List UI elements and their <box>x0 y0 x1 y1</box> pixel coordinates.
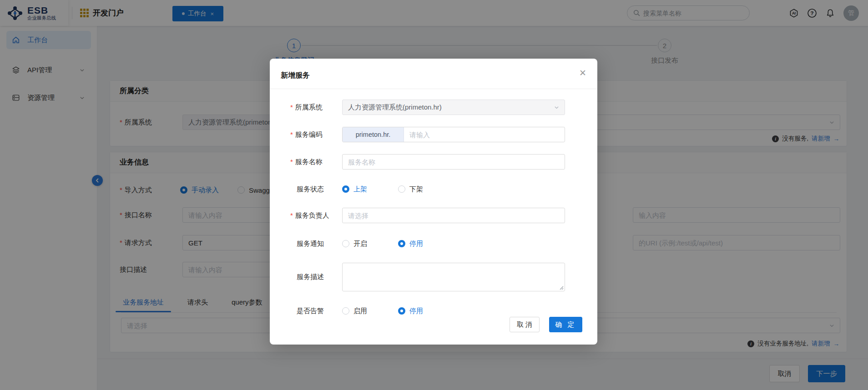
modal-code-label: 服务编码 <box>297 127 323 142</box>
radio-status-offline[interactable]: 下架 <box>398 181 423 197</box>
radio-notify-off[interactable]: 停用 <box>398 236 423 251</box>
close-icon[interactable]: ✕ <box>579 69 586 77</box>
radio-icon <box>342 240 349 247</box>
modal-system-label: 所属系统 <box>297 100 323 115</box>
resize-grip-icon[interactable] <box>559 285 564 290</box>
radio-icon <box>398 307 405 315</box>
radio-alarm-on[interactable]: 启用 <box>342 303 367 319</box>
modal-owner-select[interactable] <box>342 208 565 223</box>
radio-icon <box>398 185 405 193</box>
modal-header-divider <box>270 89 597 89</box>
code-input[interactable] <box>404 131 565 139</box>
modal-code-input-group[interactable]: primeton.hr. <box>342 127 565 142</box>
modal-status-label: 服务状态 <box>297 181 324 197</box>
radio-status-online[interactable]: 上架 <box>342 181 367 197</box>
radio-icon <box>342 307 349 315</box>
modal-alarm-label: 是否告警 <box>297 303 324 319</box>
code-prefix: primeton.hr. <box>343 127 404 142</box>
modal-system-select: 人力资源管理系统(primeton.hr) <box>342 100 565 115</box>
radio-alarm-off[interactable]: 停用 <box>398 303 423 319</box>
modal-cancel-button[interactable]: 取 消 <box>510 317 540 332</box>
modal-desc-textarea[interactable] <box>342 263 565 291</box>
modal-owner-label: 服务负责人 <box>297 208 329 223</box>
modal-notify-label: 服务通知 <box>297 236 324 251</box>
app-screen: 工作台 × AI ? 管 <box>0 0 868 390</box>
modal-title: 新增服务 <box>281 71 310 80</box>
modal-name-label: 服务名称 <box>297 154 323 170</box>
radio-icon <box>398 240 405 247</box>
modal-desc-label: 服务描述 <box>297 269 324 285</box>
modal-ok-button[interactable]: 确 定 <box>549 317 582 332</box>
radio-icon <box>342 185 349 193</box>
radio-notify-on[interactable]: 开启 <box>342 236 367 251</box>
add-service-modal: 新增服务 ✕ 所属系统 人力资源管理系统(primeton.hr) 服务编码 p… <box>270 59 597 345</box>
chevron-down-icon <box>554 104 559 111</box>
modal-name-input[interactable] <box>342 154 565 170</box>
